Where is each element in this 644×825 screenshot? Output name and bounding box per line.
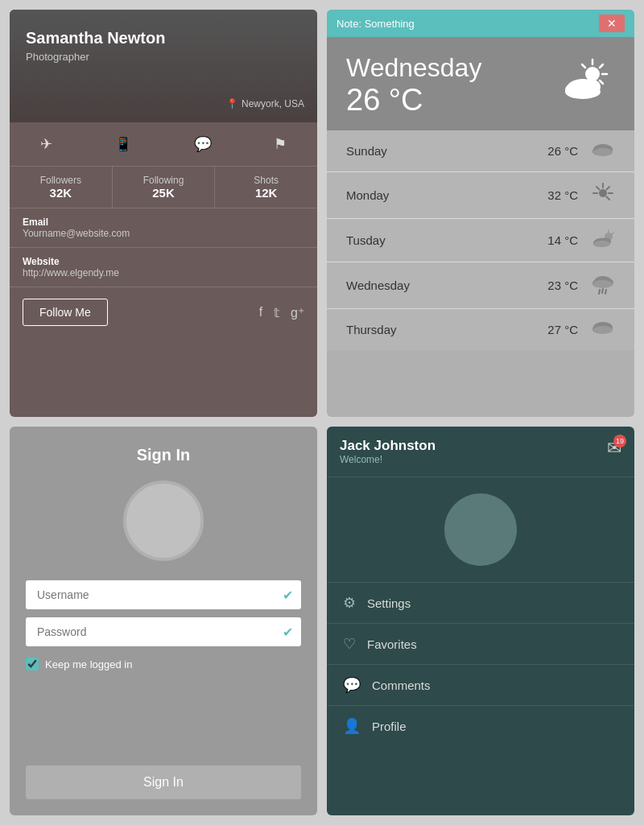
profile-location: 📍 Newyork, USA bbox=[226, 98, 304, 109]
svg-line-34 bbox=[605, 290, 606, 294]
settings-label: Settings bbox=[367, 596, 411, 610]
profile-stats: Followers 32K Following 25K Shots 12K bbox=[10, 167, 317, 208]
svg-point-20 bbox=[599, 189, 607, 197]
twitter-icon[interactable]: 𝕥 bbox=[274, 305, 279, 320]
svg-line-1 bbox=[600, 64, 603, 68]
favorites-label: Favorites bbox=[367, 637, 417, 651]
keep-logged-text: Keep me logged in bbox=[45, 658, 132, 670]
social-icons: f 𝕥 g⁺ bbox=[259, 305, 304, 320]
svg-point-9 bbox=[565, 85, 601, 99]
weather-current-temp: 26 °C bbox=[346, 83, 481, 118]
stat-followers: Followers 32K bbox=[10, 167, 113, 208]
svg-line-4 bbox=[582, 64, 585, 68]
dashboard-menu: ⚙ Settings ♡ Favorites 💬 Comments 👤 Prof… bbox=[327, 582, 634, 746]
profile-actions: Follow Me f 𝕥 g⁺ bbox=[10, 287, 317, 337]
profile-action-icons: ✈ 📱 💬 ⚑ bbox=[10, 122, 317, 167]
mail-badge: 19 bbox=[613, 435, 626, 448]
gear-icon: ⚙ bbox=[343, 594, 356, 612]
stat-following: Following 25K bbox=[113, 167, 216, 208]
mail-icon-wrap[interactable]: ✉ 19 bbox=[607, 438, 621, 459]
signin-title: Sign In bbox=[137, 446, 191, 464]
svg-line-32 bbox=[599, 290, 600, 294]
weather-icon-sunday bbox=[591, 140, 615, 162]
heart-icon: ♡ bbox=[343, 635, 356, 653]
profile-website: Website http://www.elgendy.me bbox=[10, 248, 317, 287]
dashboard-user-name: Jack Johnston bbox=[340, 438, 436, 454]
weather-current: Wednesday 26 °C bbox=[346, 53, 481, 118]
username-input[interactable] bbox=[26, 580, 301, 609]
dashboard-header: Jack Johnston Welcome! ✉ 19 bbox=[327, 427, 634, 477]
weather-icon-monday bbox=[591, 182, 615, 208]
menu-item-comments[interactable]: 💬 Comments bbox=[327, 664, 634, 705]
password-check-icon: ✔ bbox=[283, 625, 293, 640]
password-input-wrap: ✔ bbox=[26, 617, 301, 646]
weather-current-day: Wednesday bbox=[346, 53, 481, 83]
weather-main: Wednesday 26 °C bbox=[327, 37, 634, 130]
stat-shots: Shots 12K bbox=[215, 167, 317, 208]
menu-item-favorites[interactable]: ♡ Favorites bbox=[327, 623, 634, 664]
send-icon[interactable]: ✈ bbox=[34, 132, 59, 156]
weather-icon-wednesday bbox=[591, 272, 615, 299]
weather-main-cloud-icon bbox=[559, 56, 615, 114]
svg-line-3 bbox=[600, 80, 603, 84]
svg-line-15 bbox=[607, 187, 610, 190]
svg-point-13 bbox=[593, 148, 613, 156]
googleplus-icon[interactable]: g⁺ bbox=[291, 305, 304, 320]
svg-line-33 bbox=[602, 289, 603, 293]
svg-point-38 bbox=[593, 326, 613, 334]
svg-line-23 bbox=[612, 233, 613, 234]
keep-logged-label[interactable]: Keep me logged in bbox=[26, 658, 132, 670]
profile-card: Samantha Newton Photographer 📍 Newyork, … bbox=[10, 10, 317, 417]
profile-name: Samantha Newton bbox=[26, 29, 301, 47]
profile-label: Profile bbox=[372, 720, 407, 733]
profile-email: Email Yourname@website.com bbox=[10, 208, 317, 248]
chat-icon: 💬 bbox=[343, 676, 361, 694]
password-input[interactable] bbox=[26, 617, 301, 646]
dashboard-avatar bbox=[444, 493, 517, 566]
weather-icon-tuesday bbox=[591, 229, 615, 252]
weather-close-button[interactable]: ✕ bbox=[599, 14, 625, 32]
message-icon[interactable]: 💬 bbox=[188, 132, 218, 156]
keep-logged-checkbox[interactable] bbox=[26, 658, 39, 670]
weather-card: Note: Something ✕ Wednesday 26 °C bbox=[327, 10, 634, 417]
dashboard-welcome-text: Welcome! bbox=[340, 454, 436, 465]
menu-item-profile[interactable]: 👤 Profile bbox=[327, 705, 634, 746]
follow-button[interactable]: Follow Me bbox=[23, 299, 108, 326]
facebook-icon[interactable]: f bbox=[259, 305, 262, 320]
signin-card: Sign In ✔ ✔ Keep me logged in Sign In bbox=[10, 427, 317, 815]
user-icon: 👤 bbox=[343, 717, 361, 735]
flag-icon[interactable]: ⚑ bbox=[267, 132, 293, 156]
weather-row-thursday: Thursday 27 °C bbox=[327, 309, 634, 350]
profile-header: Samantha Newton Photographer 📍 Newyork, … bbox=[10, 10, 317, 122]
dashboard-user-info: Jack Johnston Welcome! bbox=[340, 438, 436, 465]
svg-point-31 bbox=[593, 280, 613, 288]
profile-title: Photographer bbox=[26, 51, 301, 63]
menu-item-settings[interactable]: ⚙ Settings bbox=[327, 582, 634, 623]
weather-notice-text: Note: Something bbox=[336, 18, 415, 30]
weather-top-bar: Note: Something ✕ bbox=[327, 10, 634, 37]
dashboard-card: Jack Johnston Welcome! ✉ 19 ⚙ Settings ♡… bbox=[327, 427, 634, 815]
svg-line-17 bbox=[607, 197, 610, 200]
weather-forecast-list: Sunday 26 °C Monday 32 °C bbox=[327, 130, 634, 350]
weather-row-wednesday: Wednesday 23 °C bbox=[327, 262, 634, 309]
weather-icon-thursday bbox=[591, 319, 615, 340]
username-check-icon: ✔ bbox=[283, 588, 293, 603]
dashboard-avatar-section bbox=[327, 477, 634, 582]
svg-line-18 bbox=[597, 187, 600, 190]
mobile-icon[interactable]: 📱 bbox=[108, 132, 138, 156]
svg-point-27 bbox=[594, 241, 610, 247]
signin-avatar bbox=[123, 481, 204, 561]
username-input-wrap: ✔ bbox=[26, 580, 301, 609]
signin-button[interactable]: Sign In bbox=[26, 765, 301, 799]
weather-row-sunday: Sunday 26 °C bbox=[327, 130, 634, 172]
weather-row-tuesday: Tusday 14 °C bbox=[327, 219, 634, 262]
comments-label: Comments bbox=[372, 679, 431, 692]
weather-row-monday: Monday 32 °C bbox=[327, 172, 634, 219]
location-pin-icon: 📍 bbox=[226, 98, 238, 109]
